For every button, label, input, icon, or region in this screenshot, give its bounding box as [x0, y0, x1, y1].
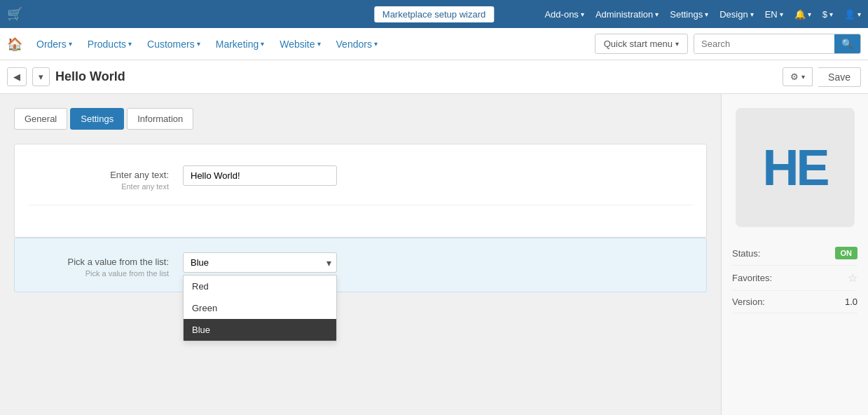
- status-toggle[interactable]: ON: [835, 247, 858, 259]
- search-input[interactable]: [694, 34, 834, 53]
- dropdown-open: Red Green Blue: [183, 275, 337, 341]
- text-field-input[interactable]: [183, 165, 337, 186]
- tab-general[interactable]: General: [14, 108, 67, 130]
- color-select[interactable]: Red Green Blue: [183, 252, 337, 273]
- select-wrapper: Red Green Blue: [183, 252, 337, 273]
- top-bar: 🛒 Marketplace setup wizard Add-ons ▾ Adm…: [0, 0, 868, 28]
- text-field-label: Enter any text:: [29, 170, 169, 180]
- version-row: Version: 1.0: [732, 291, 857, 313]
- page-dropdown-button[interactable]: ▾: [32, 67, 50, 86]
- sidebar-avatar: HE: [736, 108, 855, 227]
- user-menu[interactable]: 👤 ▾: [844, 9, 861, 20]
- tab-information[interactable]: Information: [127, 108, 193, 130]
- avatar-text: HE: [762, 139, 827, 196]
- dropdown-option-blue[interactable]: Blue: [184, 319, 336, 341]
- tab-settings[interactable]: Settings: [70, 108, 124, 130]
- orders-menu[interactable]: Orders ▾: [29, 34, 79, 54]
- tabs: General Settings Information: [14, 108, 707, 130]
- dropdown-label: Pick a value from the list:: [29, 257, 169, 267]
- vendors-menu[interactable]: Vendors ▾: [329, 34, 385, 54]
- design-menu[interactable]: Design ▾: [719, 9, 753, 20]
- form-card: Enter any text: Enter any text: [14, 144, 707, 238]
- website-menu[interactable]: Website ▾: [273, 34, 327, 54]
- page-title: Hello World: [55, 69, 777, 84]
- dropdown-option-red[interactable]: Red: [184, 275, 336, 297]
- sidebar-info: Status: ON Favorites: ☆ Version: 1.0: [732, 241, 857, 313]
- page-header: ◀ ▾ Hello World ⚙ ▾ Save: [0, 60, 868, 94]
- addons-menu[interactable]: Add-ons ▾: [544, 9, 584, 20]
- home-icon[interactable]: 🏠: [7, 36, 22, 52]
- sidebar: HE Status: ON Favorites: ☆ Version: 1.0: [721, 94, 868, 415]
- dropdown-option-green[interactable]: Green: [184, 297, 336, 319]
- text-field-sublabel: Enter any text: [29, 182, 169, 191]
- favorites-label: Favorites:: [732, 273, 772, 283]
- gear-button[interactable]: ⚙ ▾: [783, 67, 813, 86]
- nav-bar: 🏠 Orders ▾ Products ▾ Customers ▾ Market…: [0, 28, 868, 60]
- settings-menu[interactable]: Settings ▾: [670, 9, 708, 20]
- text-field-group: Enter any text: Enter any text: [29, 165, 692, 191]
- back-button[interactable]: ◀: [7, 67, 27, 86]
- version-value: 1.0: [845, 297, 857, 307]
- administration-menu[interactable]: Administration ▾: [595, 9, 659, 20]
- favorites-star-icon[interactable]: ☆: [848, 271, 857, 285]
- save-button[interactable]: Save: [818, 67, 861, 87]
- notifications-menu[interactable]: 🔔 ▾: [794, 9, 811, 20]
- language-menu[interactable]: EN ▾: [765, 9, 783, 20]
- favorites-row: Favorites: ☆: [732, 266, 857, 291]
- content-area: General Settings Information Enter any t…: [0, 94, 721, 415]
- status-row: Status: ON: [732, 241, 857, 266]
- nav-links: Orders ▾ Products ▾ Customers ▾ Marketin…: [29, 34, 595, 54]
- products-menu[interactable]: Products ▾: [81, 34, 139, 54]
- dropdown-sublabel: Pick a value from the list: [29, 269, 169, 278]
- search-button[interactable]: 🔍: [834, 34, 860, 53]
- customers-menu[interactable]: Customers ▾: [140, 34, 207, 54]
- marketing-menu[interactable]: Marketing ▾: [209, 34, 271, 54]
- main-layout: General Settings Information Enter any t…: [0, 94, 868, 415]
- dropdown-section: Pick a value from the list: Pick a value…: [14, 238, 707, 292]
- quick-start-button[interactable]: Quick start menu ▾: [595, 34, 688, 54]
- version-label: Version:: [732, 297, 765, 307]
- currency-menu[interactable]: $ ▾: [822, 9, 833, 20]
- status-label: Status:: [732, 248, 760, 259]
- setup-wizard-button[interactable]: Marketplace setup wizard: [374, 6, 494, 22]
- cart-icon[interactable]: 🛒: [7, 6, 22, 22]
- search-box: 🔍: [694, 34, 861, 54]
